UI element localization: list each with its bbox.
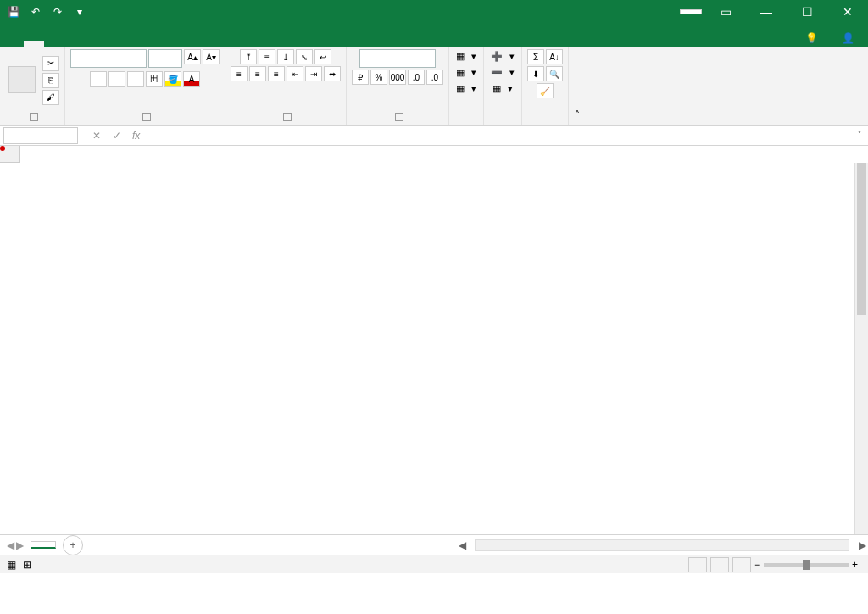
share-button[interactable]: 👤 — [832, 29, 868, 47]
cell-styles-button[interactable]: ▦▾ — [454, 81, 478, 96]
format-icon: ▦ — [492, 83, 501, 94]
table-icon: ▦ — [456, 67, 465, 78]
wrap-text-icon[interactable]: ↩ — [314, 49, 331, 64]
fill-icon[interactable]: ⬇ — [527, 66, 544, 81]
close-icon[interactable]: ✕ — [831, 0, 865, 24]
find-icon[interactable]: 🔍 — [546, 66, 563, 81]
merge-icon[interactable]: ⬌ — [324, 66, 341, 81]
align-bottom-icon[interactable]: ⤓ — [277, 49, 294, 64]
align-top-icon[interactable]: ⤒ — [240, 49, 257, 64]
page-layout-view-icon[interactable] — [710, 557, 729, 572]
cell-styles-icon: ▦ — [456, 83, 465, 94]
redo-icon[interactable]: ↷ — [47, 2, 68, 22]
tab-data[interactable] — [105, 41, 125, 47]
currency-icon[interactable]: ₽ — [352, 70, 369, 85]
clipboard-launcher[interactable] — [30, 113, 38, 121]
font-launcher[interactable] — [142, 113, 151, 121]
hscroll-right-icon[interactable]: ▶ — [856, 539, 868, 551]
align-center-icon[interactable]: ≡ — [249, 66, 266, 81]
tab-view[interactable] — [146, 41, 166, 47]
align-left-icon[interactable]: ≡ — [231, 66, 248, 81]
tab-developer[interactable] — [166, 41, 186, 47]
save-icon[interactable]: 💾 — [3, 2, 24, 22]
tab-review[interactable] — [125, 41, 146, 47]
indent-dec-icon[interactable]: ⇤ — [287, 66, 303, 81]
orientation-icon[interactable]: ⤡ — [296, 49, 313, 64]
name-box[interactable] — [3, 127, 78, 144]
shrink-font-icon[interactable]: A▾ — [203, 49, 220, 64]
tell-me[interactable]: 💡 — [795, 29, 832, 47]
tab-layout[interactable] — [64, 41, 85, 47]
undo-icon[interactable]: ↶ — [25, 2, 46, 22]
align-launcher[interactable] — [283, 113, 292, 121]
ribbon-options-icon[interactable]: ▭ — [709, 0, 743, 24]
conditional-format-button[interactable]: ▦▾ — [454, 49, 478, 64]
horizontal-scrollbar[interactable] — [475, 539, 849, 551]
font-size-combo[interactable] — [148, 49, 182, 68]
fill-color-icon[interactable]: 🪣 — [164, 71, 181, 87]
borders-icon[interactable]: 田 — [146, 71, 163, 87]
tab-home[interactable] — [24, 41, 44, 47]
format-painter-icon[interactable]: 🖌 — [42, 90, 59, 105]
vertical-scroll-thumb[interactable] — [857, 163, 866, 315]
align-right-icon[interactable]: ≡ — [268, 66, 285, 81]
cut-icon[interactable]: ✂ — [42, 56, 59, 71]
cancel-formula-icon[interactable]: ✕ — [88, 130, 105, 142]
expand-formula-bar-icon[interactable]: ˅ — [851, 130, 868, 142]
page-break-view-icon[interactable] — [732, 557, 751, 572]
status-bar: ▦ ⊞ − + — [0, 555, 868, 573]
formula-input[interactable] — [150, 131, 851, 141]
font-name-combo[interactable] — [70, 49, 147, 68]
bold-button[interactable] — [90, 71, 107, 87]
number-launcher[interactable] — [395, 113, 403, 121]
zoom-slider[interactable] — [764, 563, 849, 567]
format-cells-button[interactable]: ▦▾ — [491, 81, 515, 96]
autosum-icon[interactable]: Σ — [527, 49, 544, 64]
sort-icon[interactable]: A↓ — [546, 49, 563, 64]
format-as-table-button[interactable]: ▦▾ — [454, 65, 478, 80]
tab-formulas[interactable] — [85, 41, 105, 47]
italic-button[interactable] — [108, 71, 125, 87]
hscroll-left-icon[interactable]: ◀ — [456, 539, 468, 551]
paste-button[interactable] — [5, 64, 39, 97]
tab-help[interactable] — [186, 41, 207, 47]
minimize-icon[interactable]: — — [749, 0, 783, 24]
qat-customize-icon[interactable]: ▾ — [70, 2, 90, 22]
copy-icon[interactable]: ⎘ — [42, 73, 59, 88]
insert-cells-button[interactable]: ➕▾ — [489, 49, 516, 64]
ribbon-tabs: 💡 👤 — [0, 24, 868, 47]
zoom-thumb[interactable] — [803, 560, 810, 570]
align-middle-icon[interactable]: ≡ — [259, 49, 275, 64]
inc-decimal-icon[interactable]: .0 — [408, 70, 425, 85]
font-color-icon[interactable]: A — [183, 71, 200, 87]
sheet-nav-prev-icon[interactable]: ◀ — [7, 539, 14, 551]
normal-view-icon[interactable] — [688, 557, 707, 572]
number-format-combo[interactable] — [359, 49, 436, 68]
clear-icon[interactable]: 🧹 — [537, 83, 554, 98]
sheet-tab[interactable] — [31, 541, 56, 549]
maximize-icon[interactable]: ☐ — [790, 0, 824, 24]
grow-font-icon[interactable]: A▴ — [184, 49, 201, 64]
login-button[interactable] — [680, 9, 702, 14]
indent-inc-icon[interactable]: ⇥ — [305, 66, 322, 81]
worksheet-grid[interactable] — [0, 146, 868, 534]
macro-record-icon[interactable]: ▦ — [7, 559, 16, 571]
add-sheet-button[interactable]: + — [63, 535, 83, 555]
tab-file[interactable] — [3, 41, 24, 47]
sheet-nav-next-icon[interactable]: ▶ — [16, 539, 24, 551]
zoom-in-icon[interactable]: + — [852, 559, 858, 571]
bulb-icon: 💡 — [805, 32, 818, 44]
tab-insert[interactable] — [44, 41, 64, 47]
vertical-scrollbar[interactable] — [854, 163, 868, 534]
percent-icon[interactable]: % — [370, 70, 387, 85]
fx-icon[interactable]: fx — [129, 130, 143, 142]
collapse-ribbon-icon[interactable]: ˄ — [569, 47, 586, 125]
zoom-out-icon[interactable]: − — [754, 559, 760, 571]
enter-formula-icon[interactable]: ✓ — [108, 130, 125, 142]
delete-cells-button[interactable]: ➖▾ — [489, 65, 516, 80]
underline-button[interactable] — [127, 71, 144, 87]
comma-icon[interactable]: 000 — [389, 70, 406, 85]
select-all-corner[interactable] — [0, 146, 20, 163]
delete-icon: ➖ — [491, 67, 503, 78]
dec-decimal-icon[interactable]: .0 — [426, 70, 443, 85]
